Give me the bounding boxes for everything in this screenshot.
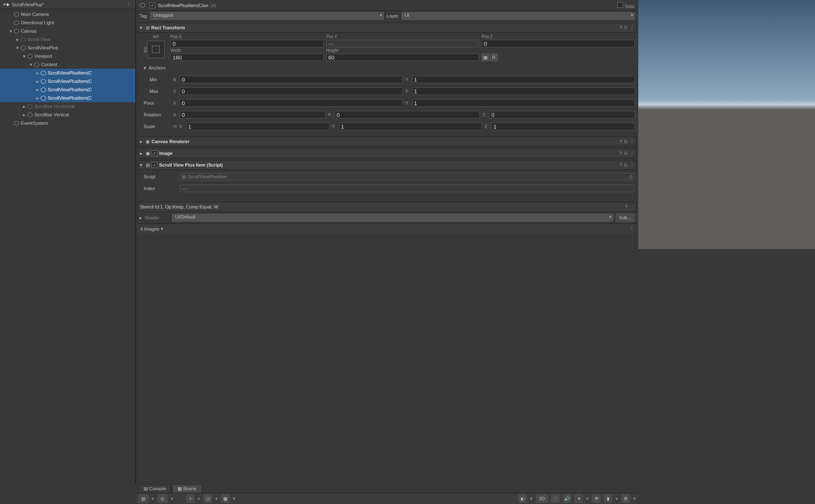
hierarchy-item[interactable]: ▾Viewport (0, 52, 135, 60)
anchor-preset-button[interactable]: top (147, 41, 165, 58)
camera-button[interactable]: ◐ (518, 494, 527, 503)
kebab-menu-icon[interactable]: ⋮ (630, 25, 634, 31)
enable-checkbox[interactable] (152, 150, 157, 156)
hierarchy-item[interactable]: ▸Scrollbar Horizontal (0, 102, 135, 111)
scene-name[interactable]: ScrollViewPlus* (12, 2, 44, 7)
help-icon[interactable]: ? (619, 162, 622, 168)
chevron-down-icon[interactable]: ▾ (633, 496, 636, 501)
hierarchy-item[interactable]: ▸ScrollViewPlusItem(C (0, 69, 135, 77)
script-field[interactable]: ▤ScrollViewPlusItem⊙ (180, 173, 635, 180)
tab-scene[interactable]: ▦ Scene (172, 484, 201, 493)
blueprint-mode-button[interactable]: ▦ (482, 54, 489, 61)
chevron-right-icon[interactable]: ▸ (15, 37, 20, 42)
grid-button[interactable]: ▦ (221, 494, 230, 503)
width-field[interactable] (170, 54, 324, 61)
anchor-max-y-field[interactable] (412, 87, 635, 95)
chevron-down-icon[interactable]: ▾ (198, 496, 200, 501)
link-icon[interactable]: ⟲ (173, 124, 177, 129)
anchor-max-x-field[interactable] (180, 87, 403, 95)
preset-icon[interactable]: ⎘ (624, 162, 627, 168)
shader-dropdown[interactable]: UI/Default (172, 214, 613, 221)
component-rect-transform[interactable]: ▾ ⊞ Rect Transform ?⎘⋮ (138, 23, 637, 33)
object-name[interactable]: ScrollViewPlusItem(Clon (158, 3, 208, 8)
edit-button[interactable]: Edit... (616, 213, 635, 222)
chevron-right-icon[interactable]: ▸ (35, 95, 40, 101)
hierarchy-item[interactable]: ▾Canvas (0, 27, 135, 35)
help-icon[interactable]: ? (619, 25, 622, 31)
rotation-y-field[interactable] (335, 111, 480, 118)
chevron-down-icon[interactable]: ▾ (530, 496, 533, 501)
chevron-right-icon[interactable]: ▸ (35, 87, 40, 93)
index-field[interactable] (180, 185, 635, 192)
pivot-x-field[interactable] (180, 99, 403, 107)
hierarchy-item[interactable]: ▸ScrollViewPlusItem(C (0, 94, 135, 102)
2d-toggle[interactable]: 2D (536, 494, 548, 503)
hierarchy-item[interactable]: ▸Scroll View (0, 35, 135, 44)
component-image[interactable]: ▸ ▣ Image ?⎘⋮ (138, 148, 637, 158)
chevron-down-icon[interactable]: ▾ (233, 496, 235, 501)
hierarchy-item[interactable]: ▸ScrollViewPlusItem(C (0, 85, 135, 94)
material-header[interactable]: Stencil Id:1, Op:Keep, Comp:Equal, W ?⋮ (138, 202, 637, 212)
kebab-menu-icon[interactable]: ⋮ (629, 226, 634, 231)
draw-mode-button[interactable]: ◎ (157, 494, 168, 503)
kebab-menu-icon[interactable]: ⋮ (630, 162, 634, 168)
kebab-menu-icon[interactable]: ⋮ (630, 151, 634, 156)
kebab-menu-icon[interactable]: ⋮ (630, 204, 634, 210)
tab-console[interactable]: ▤ Console (138, 484, 171, 493)
enable-checkbox[interactable] (152, 162, 157, 168)
chevron-down-icon[interactable]: ▾ (215, 496, 218, 501)
chevron-right-icon[interactable]: ▸ (140, 139, 144, 144)
rotation-x-field[interactable] (180, 111, 325, 118)
chevron-down-icon[interactable]: ▾ (15, 45, 20, 51)
help-icon[interactable]: ? (619, 151, 622, 156)
preset-icon[interactable]: ⎘ (624, 151, 627, 156)
chevron-down-icon[interactable]: ▾ (22, 54, 27, 59)
chevron-down-icon[interactable]: ▾ (140, 162, 144, 168)
preset-icon[interactable]: ⎘ (624, 25, 627, 31)
scale-y-field[interactable] (339, 123, 482, 130)
component-canvas-renderer[interactable]: ▸ ◉ Canvas Renderer ?⎘⋮ (138, 136, 637, 147)
posy-field[interactable] (326, 40, 480, 47)
images-count[interactable]: 4 Images (140, 226, 159, 231)
pivot-y-field[interactable] (412, 99, 635, 107)
chevron-down-icon[interactable]: ▾ (152, 496, 154, 501)
anchor-min-y-field[interactable] (412, 76, 635, 83)
kebab-menu-icon[interactable]: ⋮ (630, 139, 634, 144)
fx-button[interactable]: ✦ (575, 494, 583, 503)
raw-edit-button[interactable]: R (490, 54, 498, 61)
hierarchy-item[interactable]: ▾Content (0, 60, 135, 69)
scale-z-field[interactable] (491, 123, 635, 130)
anchor-min-x-field[interactable] (180, 76, 403, 83)
tag-dropdown[interactable]: Untagged (150, 12, 384, 20)
help-icon[interactable]: ? (619, 139, 622, 144)
shading-mode-button[interactable]: ▥ (138, 494, 148, 503)
chevron-down-icon[interactable]: ▾ (586, 496, 589, 501)
kebab-menu-icon[interactable]: ⋮ (126, 2, 132, 7)
posz-field[interactable] (482, 40, 635, 47)
chevron-down-icon[interactable]: ▾ (171, 496, 173, 501)
hierarchy-item[interactable]: Directional Light (0, 18, 135, 27)
gizmos-button[interactable]: ⚙ (622, 494, 630, 503)
audio-button[interactable]: 🔊 (563, 494, 571, 503)
help-icon[interactable]: ? (625, 204, 627, 210)
pivot-button[interactable]: ⊹ (186, 494, 194, 503)
chevron-down-icon[interactable]: ▾ (28, 62, 34, 67)
chevron-down-icon[interactable]: ▾ (144, 65, 146, 71)
scale-x-field[interactable] (186, 123, 330, 130)
chevron-right-icon[interactable]: ▸ (22, 104, 27, 109)
preset-icon[interactable]: ⎘ (624, 139, 627, 144)
hierarchy-item[interactable]: Main Camera (0, 10, 135, 18)
chevron-right-icon[interactable]: ▸ (22, 112, 27, 118)
hierarchy-item[interactable]: ▸ScrollViewPlusItem(C (0, 77, 135, 85)
chevron-down-icon[interactable]: ▾ (616, 496, 618, 501)
light-button[interactable]: ♡ (551, 494, 560, 503)
chevron-right-icon[interactable]: ▸ (139, 215, 142, 221)
chevron-right-icon[interactable]: ▸ (140, 151, 144, 156)
posx-field[interactable] (170, 40, 324, 47)
camera-settings-button[interactable]: ▮ (604, 494, 612, 503)
static-checkbox[interactable] (617, 2, 623, 8)
local-button[interactable]: ◲ (204, 494, 212, 503)
chevron-right-icon[interactable]: ▸ (35, 79, 40, 84)
chevron-down-icon[interactable]: ▾ (161, 226, 163, 231)
layer-dropdown[interactable]: UI (402, 12, 635, 20)
